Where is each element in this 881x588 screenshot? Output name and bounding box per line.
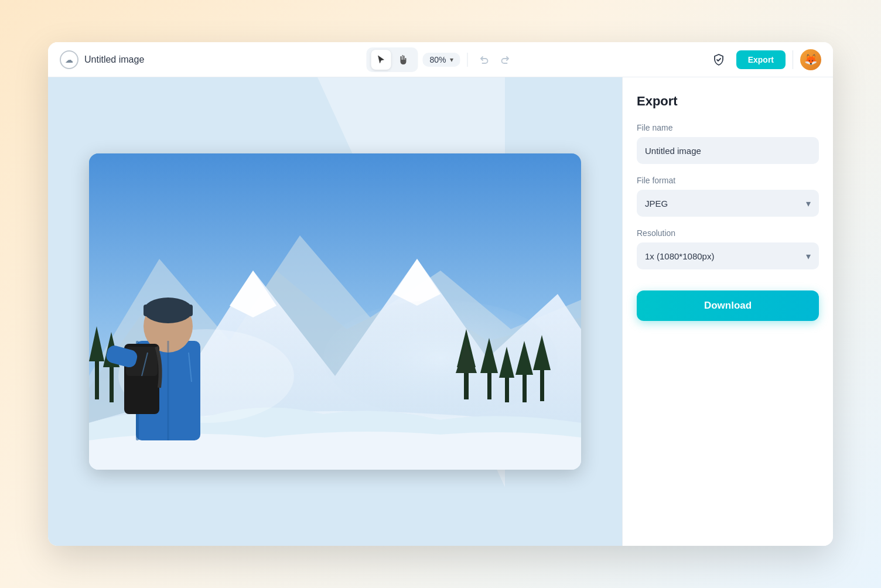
svg-rect-20 — [95, 358, 99, 399]
canvas-area — [48, 77, 622, 546]
file-name-input[interactable] — [637, 137, 819, 164]
svg-rect-22 — [110, 364, 114, 402]
toolbar-center: 80% ▾ — [366, 47, 514, 72]
canvas-image-wrapper — [89, 153, 581, 470]
toolbar-divider — [467, 53, 468, 67]
app-window: ☁ Untitled image 80% ▾ — [48, 42, 833, 546]
resolution-select-wrapper: 1x (1080*1080px) 2x (2160*2160px) 0.5x (… — [637, 242, 819, 269]
tool-group — [366, 47, 418, 72]
zoom-group[interactable]: 80% ▾ — [422, 53, 460, 67]
undo-button[interactable] — [475, 50, 494, 69]
toolbar-separator — [793, 50, 793, 69]
toolbar: ☁ Untitled image 80% ▾ — [48, 42, 833, 77]
hand-tool-button[interactable] — [393, 50, 413, 70]
main-content: Export File name File format JPEG PNG We… — [48, 77, 833, 546]
avatar[interactable]: 🦊 — [800, 49, 821, 70]
file-format-select-wrapper: JPEG PNG WebP SVG ▾ — [637, 190, 819, 217]
file-format-label: File format — [637, 176, 819, 185]
zoom-value: 80% — [429, 55, 446, 64]
canvas-image — [89, 153, 581, 470]
svg-rect-16 — [523, 373, 527, 402]
select-tool-button[interactable] — [371, 50, 391, 70]
svg-rect-27 — [144, 305, 193, 316]
logo-icon: ☁ — [60, 50, 78, 69]
svg-rect-14 — [505, 376, 509, 402]
file-name-label: File name — [637, 123, 819, 132]
redo-button[interactable] — [496, 50, 515, 69]
svg-rect-18 — [540, 369, 544, 401]
resolution-group: Resolution 1x (1080*1080px) 2x (2160*216… — [637, 228, 819, 269]
zoom-chevron-icon: ▾ — [450, 56, 453, 64]
history-buttons — [475, 50, 515, 69]
panel-title: Export — [637, 94, 819, 109]
file-name-group: File name — [637, 123, 819, 164]
doc-title: Untitled image — [84, 54, 144, 65]
resolution-select[interactable]: 1x (1080*1080px) 2x (2160*2160px) 0.5x (… — [637, 242, 819, 269]
export-panel: Export File name File format JPEG PNG We… — [622, 77, 833, 546]
shield-button[interactable] — [708, 49, 729, 70]
svg-rect-12 — [487, 370, 491, 399]
file-format-select[interactable]: JPEG PNG WebP SVG — [637, 190, 819, 217]
file-format-group: File format JPEG PNG WebP SVG ▾ — [637, 176, 819, 217]
resolution-label: Resolution — [637, 228, 819, 238]
download-button[interactable]: Download — [637, 290, 819, 321]
export-button[interactable]: Export — [736, 50, 786, 69]
